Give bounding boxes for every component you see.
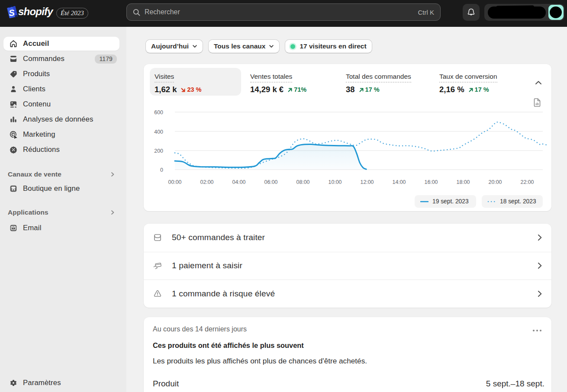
svg-text:12:00: 12:00	[360, 179, 374, 185]
svg-text:06:00: 06:00	[264, 179, 277, 185]
svg-text:200: 200	[154, 148, 163, 154]
svg-text:22:00: 22:00	[520, 179, 534, 185]
svg-text:16:00: 16:00	[424, 179, 438, 185]
svg-text:08:00: 08:00	[296, 179, 309, 185]
svg-text:14:00: 14:00	[392, 179, 406, 185]
svg-text:00:00: 00:00	[168, 179, 181, 185]
svg-text:18:00: 18:00	[456, 179, 470, 185]
svg-text:600: 600	[154, 109, 163, 116]
svg-text:20:00: 20:00	[488, 179, 502, 185]
svg-text:400: 400	[154, 129, 163, 135]
svg-text:10:00: 10:00	[328, 179, 341, 185]
svg-text:0: 0	[160, 167, 163, 173]
svg-text:02:00: 02:00	[200, 179, 213, 185]
svg-text:04:00: 04:00	[232, 179, 245, 185]
